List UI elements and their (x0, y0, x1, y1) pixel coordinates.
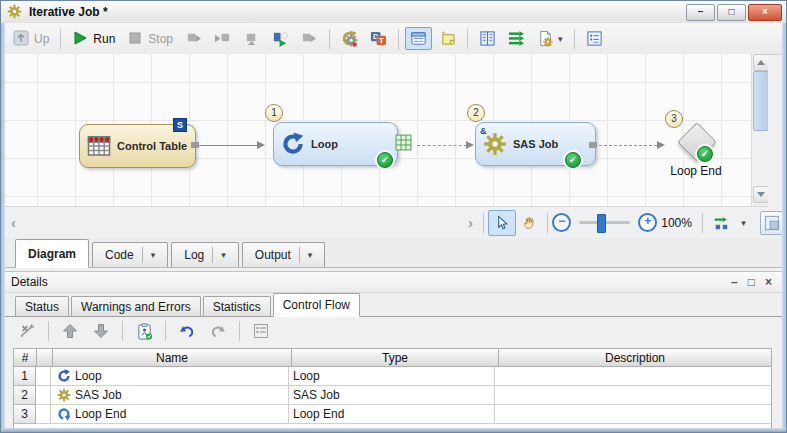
column-header-type: Type (292, 349, 499, 367)
row-blank-cell (36, 386, 51, 405)
tab-control-flow[interactable]: Control Flow (273, 293, 360, 317)
tab-diagram[interactable]: Diagram (15, 239, 89, 268)
loop-status-check-icon: ✓ (377, 152, 393, 168)
table-header-row: # Name Type Description (14, 349, 771, 367)
overview-button[interactable] (760, 211, 784, 235)
details-maximize-button[interactable]: □ (748, 274, 755, 290)
toolbar-separator (60, 29, 61, 49)
connector-port (589, 142, 597, 148)
step-into-button[interactable] (180, 27, 207, 50)
generate-code-button[interactable]: ▾ (532, 27, 568, 50)
pointer-icon (494, 215, 509, 230)
properties-button[interactable] (247, 318, 275, 344)
step-button[interactable] (238, 27, 265, 50)
details-tabs: Status Warnings and Errors Statistics Co… (5, 293, 784, 317)
footer-separator (483, 213, 484, 233)
table-row-sas-job[interactable]: 2 SAS Job SAS Job (14, 386, 771, 405)
connector-line-dashed (417, 145, 467, 146)
checklist-icon (586, 30, 603, 47)
redo-icon (210, 323, 226, 339)
stop-button[interactable]: Stop (122, 27, 178, 50)
name-cell: Loop End (51, 405, 289, 424)
scroll-up-button[interactable] (753, 54, 768, 71)
generate-code-dropdown[interactable]: ▾ (558, 34, 563, 44)
layout-button[interactable] (707, 210, 735, 236)
delete-connection-button[interactable] (13, 318, 41, 344)
move-down-button[interactable] (87, 318, 115, 344)
connector-arrowhead (657, 141, 665, 149)
source-badge: S (173, 118, 187, 132)
tab-log[interactable]: Log▾ (171, 242, 239, 267)
toolbar-separator (398, 29, 399, 49)
zoom-slider-track[interactable] (579, 221, 630, 224)
row-number: 2 (14, 386, 36, 405)
new-note-button[interactable] (434, 27, 461, 50)
scroll-down-button[interactable] (753, 186, 768, 203)
hscroll-left-button[interactable]: ‹ (5, 209, 22, 237)
run-icon (72, 30, 89, 47)
table-row-loop[interactable]: 1 Loop Loop (14, 367, 771, 386)
tab-code-dropdown[interactable]: ▾ (151, 250, 156, 260)
loop-end-status-check-icon: ✓ (697, 146, 713, 162)
job-properties-button[interactable] (336, 27, 363, 50)
tab-warnings-and-errors[interactable]: Warnings and Errors (71, 296, 201, 316)
properties-list-icon (253, 323, 269, 339)
diagram-canvas[interactable]: Control Table S Loop 1 ✓ & SAS Job (5, 54, 768, 207)
hscroll-right-button[interactable]: › (462, 209, 479, 237)
name-text: Loop (75, 369, 102, 383)
select-tool-button[interactable] (488, 210, 516, 236)
tab-output[interactable]: Output▾ (242, 242, 326, 267)
run-button[interactable]: Run (67, 27, 120, 50)
view-columns-button[interactable] (474, 27, 501, 50)
details-header[interactable]: Details – □ × (5, 272, 784, 293)
details-close-button[interactable]: × (765, 274, 772, 290)
details-toolbar-separator (122, 321, 123, 341)
toolbar-separator (467, 29, 468, 49)
name-cell: Loop (51, 367, 289, 386)
tab-log-dropdown[interactable]: ▾ (221, 250, 226, 260)
run-to-icon (272, 30, 289, 47)
continue-button[interactable] (296, 27, 323, 50)
step-over-icon (214, 30, 231, 47)
close-button[interactable]: × (748, 4, 782, 21)
pan-tool-button[interactable] (516, 210, 544, 236)
description-cell (495, 405, 771, 424)
parallel-flow-button[interactable] (503, 27, 530, 50)
data-transfer-button[interactable]: DT (365, 27, 392, 50)
validate-button[interactable] (130, 318, 158, 344)
tab-output-dropdown[interactable]: ▾ (308, 250, 313, 260)
run-to-button[interactable] (267, 27, 294, 50)
break-connection-icon (19, 323, 35, 339)
layout-dropdown-button[interactable]: ▾ (735, 210, 753, 236)
up-button[interactable]: Up (8, 27, 54, 50)
control-table-label: Control Table (117, 140, 187, 152)
details-controls: – □ × (731, 274, 778, 290)
connector-arrowhead (257, 141, 265, 149)
move-up-button[interactable] (56, 318, 84, 344)
details-toolbar-separator (48, 321, 49, 341)
step-over-button[interactable] (209, 27, 236, 50)
zoom-out-button[interactable]: − (552, 213, 571, 232)
details-minimize-button[interactable]: – (731, 274, 738, 290)
zoom-slider-handle[interactable] (597, 214, 606, 233)
tab-code[interactable]: Code▾ (92, 242, 168, 267)
vertical-scroll-thumb[interactable] (753, 71, 768, 131)
tab-divider (212, 247, 213, 263)
settings-list-button[interactable] (581, 27, 608, 50)
zoom-in-button[interactable]: + (638, 213, 657, 232)
details-panel-toggle[interactable] (405, 27, 432, 50)
minimize-button[interactable]: – (686, 4, 715, 21)
canvas-vertical-scrollbar[interactable] (751, 54, 768, 206)
footer-separator (547, 213, 548, 233)
redo-button[interactable] (204, 318, 232, 344)
main-toolbar: Up Run Stop (2, 23, 785, 55)
table-row-loop-end[interactable]: 3 Loop End Loop End (14, 405, 771, 424)
title-bar[interactable]: Iterative Job * – □ × (1, 1, 786, 24)
tab-status[interactable]: Status (15, 296, 69, 316)
maximize-button[interactable]: □ (717, 4, 746, 21)
dropdown-arrow-icon: ▾ (741, 218, 746, 228)
control-table-icon (87, 134, 111, 158)
tab-statistics[interactable]: Statistics (203, 296, 271, 316)
connector-line (199, 145, 257, 146)
undo-button[interactable] (173, 318, 201, 344)
